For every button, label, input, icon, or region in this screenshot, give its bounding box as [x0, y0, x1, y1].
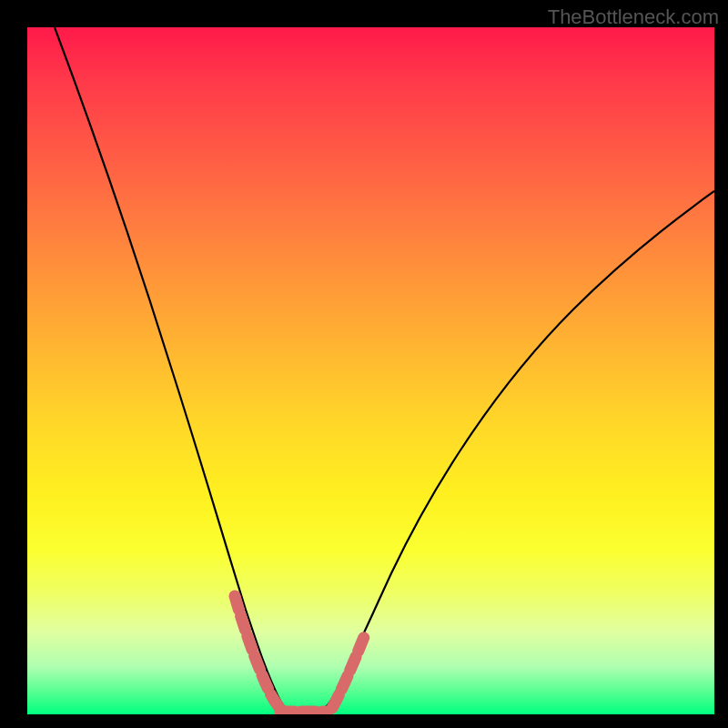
watermark-text: TheBottleneck.com — [548, 5, 719, 29]
chart-plot-area — [27, 27, 714, 714]
bottleneck-curve-path — [55, 27, 714, 713]
highlight-right-path — [332, 632, 366, 708]
chart-svg — [27, 27, 714, 714]
